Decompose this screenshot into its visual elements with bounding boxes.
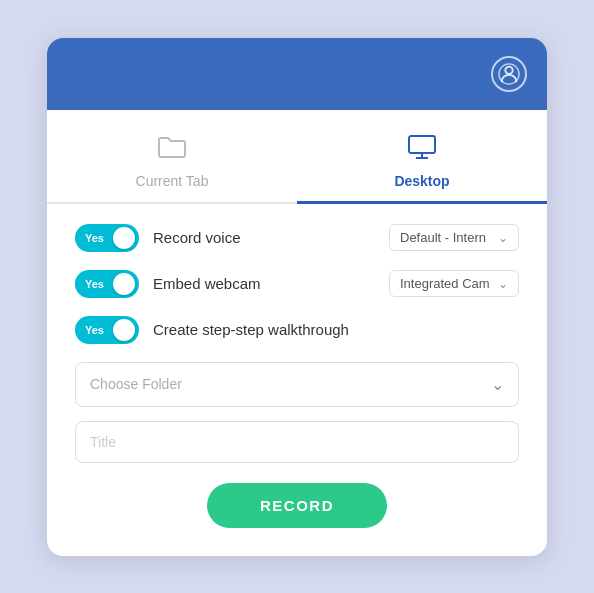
embed-webcam-dropdown-value: Integrated Cam: [400, 276, 490, 291]
toggle-embed-webcam[interactable]: Yes: [75, 270, 139, 298]
choose-folder-label: Choose Folder: [90, 376, 182, 392]
tab-current-tab-label: Current Tab: [136, 173, 209, 189]
option-record-voice: Yes Record voice Default - Intern ⌄: [75, 224, 519, 252]
toggle-circle-3: [113, 319, 135, 341]
record-voice-dropdown[interactable]: Default - Intern ⌄: [389, 224, 519, 251]
main-card: Current Tab Desktop Yes Record voice Def…: [47, 38, 547, 556]
tab-desktop-label: Desktop: [394, 173, 449, 189]
option-create-walkthrough: Yes Create step-step walkthrough: [75, 316, 519, 344]
chevron-down-icon-2: ⌄: [498, 277, 508, 291]
tabs-container: Current Tab Desktop: [47, 110, 547, 204]
toggle-yes-label-1: Yes: [85, 232, 104, 244]
toggle-create-walkthrough[interactable]: Yes: [75, 316, 139, 344]
toggle-yes-label-3: Yes: [85, 324, 104, 336]
header: [47, 38, 547, 110]
choose-folder-dropdown[interactable]: Choose Folder ⌄: [75, 362, 519, 407]
option-embed-webcam: Yes Embed webcam Integrated Cam ⌄: [75, 270, 519, 298]
create-walkthrough-label: Create step-step walkthrough: [153, 321, 519, 338]
content-area: Yes Record voice Default - Intern ⌄ Yes …: [47, 204, 547, 556]
record-button[interactable]: RECORD: [207, 483, 387, 528]
profile-icon[interactable]: [491, 56, 527, 92]
chevron-down-icon-1: ⌄: [498, 231, 508, 245]
tab-current-tab[interactable]: Current Tab: [47, 120, 297, 204]
svg-point-0: [505, 66, 512, 73]
toggle-circle-1: [113, 227, 135, 249]
embed-webcam-dropdown[interactable]: Integrated Cam ⌄: [389, 270, 519, 297]
toggle-yes-label-2: Yes: [85, 278, 104, 290]
record-voice-dropdown-value: Default - Intern: [400, 230, 486, 245]
record-voice-label: Record voice: [153, 229, 389, 246]
desktop-icon: [407, 134, 437, 167]
toggle-circle-2: [113, 273, 135, 295]
title-input[interactable]: [75, 421, 519, 463]
svg-rect-2: [409, 136, 435, 153]
tab-desktop[interactable]: Desktop: [297, 120, 547, 204]
embed-webcam-label: Embed webcam: [153, 275, 389, 292]
chevron-down-icon-folder: ⌄: [491, 375, 504, 394]
toggle-record-voice[interactable]: Yes: [75, 224, 139, 252]
folder-icon: [157, 134, 187, 167]
